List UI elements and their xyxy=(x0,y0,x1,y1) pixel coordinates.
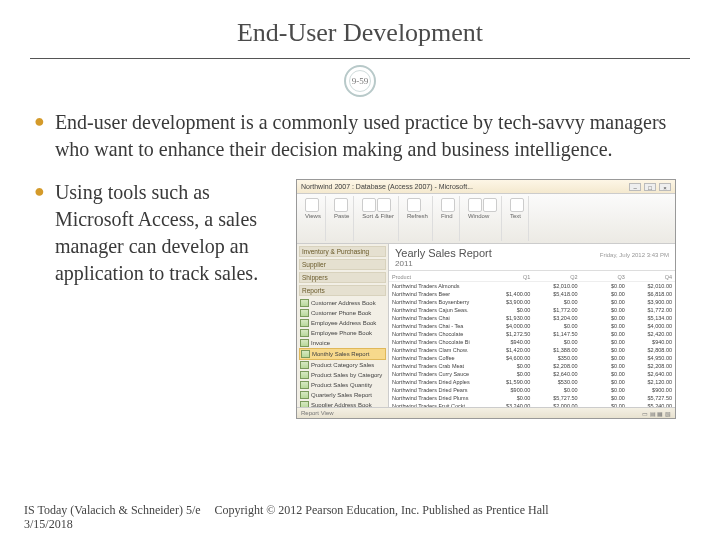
bullet-text-1: End-user development is a commonly used … xyxy=(55,109,686,163)
divider xyxy=(30,58,690,59)
table-cell: Northwind Traders Curry Sauce xyxy=(389,370,486,378)
report-icon xyxy=(300,319,309,327)
column-header: Q3 xyxy=(581,273,628,282)
table-cell: Northwind Traders Chai - Tea xyxy=(389,322,486,330)
column-header: Q2 xyxy=(533,273,580,282)
table-row: Northwind Traders Chocolate Bi$940.00$0.… xyxy=(389,338,675,346)
nav-pane: Inventory & Purchasing Supplier Shippers… xyxy=(297,244,389,407)
table-cell: $4,000.00 xyxy=(628,322,675,330)
table-row: Northwind Traders Coffee$4,600.00$350.00… xyxy=(389,354,675,362)
table-row: Northwind Traders Beer$1,400.00$5,418.00… xyxy=(389,290,675,298)
table-row: Northwind Traders Chai - Tea$4,000.00$0.… xyxy=(389,322,675,330)
status-text: Report View xyxy=(301,410,334,416)
report-icon xyxy=(300,391,309,399)
window-buttons: – □ × xyxy=(628,183,671,191)
table-cell: $0.00 xyxy=(581,298,628,306)
table-cell: $1,772.00 xyxy=(533,306,580,314)
table-cell: Northwind Traders Dried Plums xyxy=(389,394,486,402)
report-date: Friday, July 2012 3:43 PM xyxy=(600,252,669,258)
report-year: 2011 xyxy=(389,259,675,271)
column-header: Q4 xyxy=(628,273,675,282)
table-cell: $1,400.00 xyxy=(486,290,533,298)
ribbon: Views Paste Sort & Filter Refresh Find W… xyxy=(297,194,675,244)
table-cell: $1,930.00 xyxy=(486,314,533,322)
minimize-icon: – xyxy=(629,183,641,191)
window-titlebar: Northwind 2007 : Database (Access 2007) … xyxy=(297,180,675,194)
bullet-text-2: Using tools such as Microsoft Access, a … xyxy=(55,179,284,287)
table-cell: $0.00 xyxy=(581,378,628,386)
status-bar: Report View ▭ ▤ ▦ ▧ xyxy=(297,407,675,418)
nav-item-label: Monthly Sales Report xyxy=(312,351,369,357)
window-title: Northwind 2007 : Database (Access 2007) … xyxy=(301,183,473,190)
table-cell: $3,900.00 xyxy=(486,298,533,306)
nav-item: Supplier Address Book xyxy=(299,400,386,407)
report-icon xyxy=(300,299,309,307)
table-cell: Northwind Traders Dried Pears xyxy=(389,386,486,394)
table-cell: $0.00 xyxy=(581,354,628,362)
nav-header: Reports xyxy=(299,285,386,296)
table-cell xyxy=(486,282,533,291)
table-row: Northwind Traders Dried Plums$0.00$5,727… xyxy=(389,394,675,402)
table-row: Northwind Traders Chai$1,930.00$3,204.00… xyxy=(389,314,675,322)
table-cell: $0.00 xyxy=(486,370,533,378)
access-screenshot: Northwind 2007 : Database (Access 2007) … xyxy=(296,179,676,419)
nav-item: Customer Phone Book xyxy=(299,308,386,318)
table-cell: Northwind Traders Dried Apples xyxy=(389,378,486,386)
table-cell: $1,772.00 xyxy=(628,306,675,314)
nav-item: Customer Address Book xyxy=(299,298,386,308)
table-cell: $900.00 xyxy=(486,386,533,394)
table-cell: $2,640.00 xyxy=(628,370,675,378)
table-cell: $0.00 xyxy=(486,394,533,402)
table-cell: $3,204.00 xyxy=(533,314,580,322)
page-number-badge: 9-59 xyxy=(344,65,376,97)
table-cell: $2,120.00 xyxy=(628,378,675,386)
table-cell: Northwind Traders Almonds xyxy=(389,282,486,291)
slide-title: End-User Development xyxy=(30,18,690,48)
table-cell: $2,010.00 xyxy=(628,282,675,291)
table-cell: $0.00 xyxy=(581,346,628,354)
table-cell: $0.00 xyxy=(581,386,628,394)
table-cell: $1,420.00 xyxy=(486,346,533,354)
report-pane: Yearly Sales Report Friday, July 2012 3:… xyxy=(389,244,675,407)
nav-item-label: Product Category Sales xyxy=(311,362,374,368)
table-cell: $5,134.00 xyxy=(628,314,675,322)
table-cell: $0.00 xyxy=(581,306,628,314)
nav-item: Quarterly Sales Report xyxy=(299,390,386,400)
report-icon xyxy=(300,309,309,317)
nav-header: Inventory & Purchasing xyxy=(299,246,386,257)
nav-item: Employee Phone Book xyxy=(299,328,386,338)
nav-item-label: Invoice xyxy=(311,340,330,346)
nav-item: Monthly Sales Report xyxy=(299,348,386,360)
table-cell: Northwind Traders Chocolate xyxy=(389,330,486,338)
nav-item: Product Category Sales xyxy=(299,360,386,370)
column-header: Q1 xyxy=(486,273,533,282)
nav-header: Supplier xyxy=(299,259,386,270)
table-cell: $0.00 xyxy=(581,370,628,378)
table-cell: Northwind Traders Coffee xyxy=(389,354,486,362)
table-cell: $0.00 xyxy=(581,322,628,330)
table-row: Northwind Traders Clam Chow.$1,420.00$1,… xyxy=(389,346,675,354)
table-cell: $2,808.00 xyxy=(628,346,675,354)
nav-item-label: Product Sales by Category xyxy=(311,372,382,378)
table-cell: $1,272.50 xyxy=(486,330,533,338)
table-row: Northwind Traders Dried Apples$1,590.00$… xyxy=(389,378,675,386)
report-icon xyxy=(300,339,309,347)
nav-item: Product Sales by Category xyxy=(299,370,386,380)
table-cell: $1,147.50 xyxy=(533,330,580,338)
table-cell: $0.00 xyxy=(581,282,628,291)
table-row: Northwind Traders Curry Sauce$0.00$2,640… xyxy=(389,370,675,378)
table-cell: $0.00 xyxy=(533,322,580,330)
table-cell: $5,727.50 xyxy=(533,394,580,402)
table-cell: Northwind Traders Boysenberry xyxy=(389,298,486,306)
table-cell: $0.00 xyxy=(533,298,580,306)
table-cell: $350.00 xyxy=(533,354,580,362)
table-cell: $530.00 xyxy=(533,378,580,386)
table-cell: $940.00 xyxy=(486,338,533,346)
table-cell: $2,010.00 xyxy=(533,282,580,291)
nav-item-label: Quarterly Sales Report xyxy=(311,392,372,398)
table-cell: $0.00 xyxy=(581,338,628,346)
report-table: ProductQ1Q2Q3Q4 Northwind Traders Almond… xyxy=(389,273,675,407)
table-cell: $2,208.00 xyxy=(533,362,580,370)
table-cell: $0.00 xyxy=(486,362,533,370)
close-icon: × xyxy=(659,183,671,191)
